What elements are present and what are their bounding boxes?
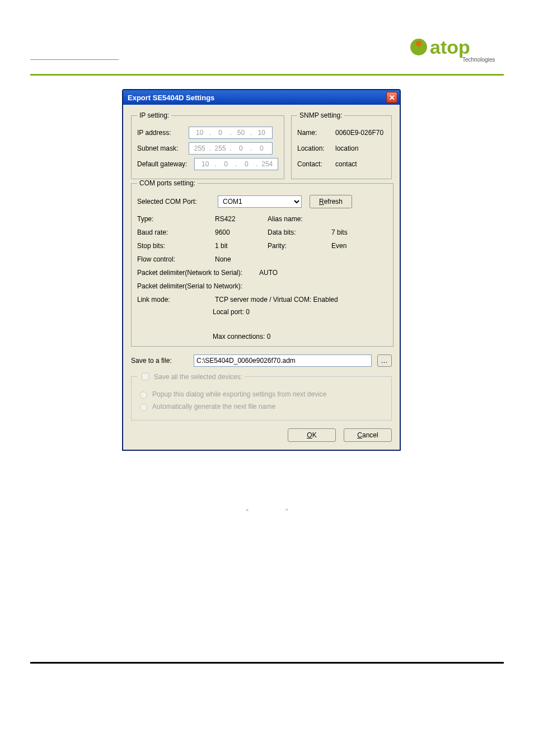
ip-address-label: IP address: (137, 129, 189, 137)
page-header-rule (30, 59, 119, 60)
close-icon: ✕ (389, 94, 395, 102)
save-all-legend: Save all the selected devices: (154, 373, 242, 381)
ip-octet: 0 (238, 160, 255, 168)
save-all-checkbox (142, 373, 149, 380)
pkt-n2s-label: Packet delimiter(Network to Serial): (137, 269, 242, 277)
alias-label: Alias name: (268, 215, 329, 223)
ip-octet: 10 (254, 129, 270, 137)
ip-octet: 0 (218, 160, 235, 168)
snmp-contact-value: contact (335, 160, 357, 168)
default-gateway-input[interactable]: 10. 0. 0. 254 (194, 158, 278, 170)
flow-value: None (215, 255, 265, 263)
baud-value: 9600 (215, 228, 265, 236)
databits-label: Data bits: (268, 228, 329, 236)
ip-octet: 0 (233, 144, 250, 152)
refresh-button[interactable]: Refresh (310, 195, 352, 208)
ip-octet: 255 (212, 144, 229, 152)
ip-setting-legend: IP setting: (137, 111, 171, 119)
ip-setting-group: IP setting: IP address: 10. 0. 50. 10 Su… (131, 111, 284, 179)
baud-label: Baud rate: (137, 228, 213, 236)
save-to-file-label: Save to a file: (131, 357, 188, 365)
parity-label: Parity: (268, 242, 329, 250)
close-button[interactable]: ✕ (386, 92, 397, 103)
pkt-s2n-label: Packet delimiter(Serial to Network): (137, 282, 242, 290)
ip-octet: 10 (191, 129, 208, 137)
ellipsis-icon: … (381, 357, 388, 365)
svg-point-1 (416, 41, 421, 46)
type-label: Type: (137, 215, 213, 223)
snmp-location-value: location (335, 144, 358, 152)
autogen-filename-radio (140, 404, 147, 411)
svg-text:atop: atop (430, 36, 470, 58)
snmp-setting-group: SNMP setting: Name: 0060E9-026F70 Locati… (291, 111, 392, 179)
browse-button[interactable]: … (377, 354, 392, 367)
type-value: RS422 (215, 215, 265, 223)
ok-button[interactable]: OK (288, 428, 336, 442)
com-ports-group: COM ports setting: Selected COM Port: CO… (131, 179, 394, 347)
save-all-group: Save all the selected devices: Popup thi… (131, 371, 392, 421)
ip-address-input[interactable]: 10. 0. 50. 10 (189, 127, 273, 139)
popup-next-radio (140, 391, 147, 399)
linkmode-value-1: TCP server mode / Virtual COM: Enabled (215, 296, 387, 304)
flow-label: Flow control: (137, 255, 213, 263)
snmp-contact-label: Contact: (297, 160, 335, 168)
ip-octet: 0 (212, 129, 229, 137)
linkmode-label: Link mode: (137, 296, 213, 304)
brand-divider (30, 74, 504, 76)
linkmode-value-2: Local port: 0 (213, 308, 387, 316)
snmp-name-label: Name: (297, 129, 335, 137)
autogen-filename-label: Automatically generate the next file nam… (152, 403, 275, 410)
subnet-mask-label: Subnet mask: (137, 144, 189, 152)
snmp-setting-legend: SNMP setting: (297, 111, 344, 119)
ip-octet: 0 (254, 144, 270, 152)
com-ports-legend: COM ports setting: (137, 179, 198, 187)
dialog-title: Export SE5404D Settings (128, 94, 214, 102)
ip-octet: 255 (191, 144, 208, 152)
export-settings-dialog: Export SE5404D Settings ✕ IP setting: IP… (122, 89, 401, 451)
cancel-button[interactable]: Cancel (344, 428, 392, 442)
subnet-mask-input[interactable]: 255. 255. 0. 0 (189, 142, 273, 155)
selected-com-port-select[interactable]: COM1 (218, 195, 302, 208)
page-caption: “ ” (0, 508, 534, 516)
snmp-name-value: 0060E9-026F70 (335, 129, 383, 137)
svg-text:Technologies: Technologies (462, 57, 495, 63)
stopbits-value: 1 bit (215, 242, 265, 250)
default-gateway-label: Default gateway: (137, 160, 194, 168)
parity-value: Even (331, 242, 387, 250)
snmp-location-label: Location: (297, 144, 335, 152)
popup-next-label: Popup this dialog while exporting settin… (152, 390, 327, 398)
ip-octet: 10 (197, 160, 214, 168)
save-to-file-input[interactable] (194, 354, 372, 367)
brand-logo: atop Technologies (409, 32, 504, 64)
pkt-n2s-value: AUTO (259, 269, 278, 277)
page-footer-rule (30, 662, 504, 664)
titlebar: Export SE5404D Settings ✕ (123, 90, 400, 105)
ip-octet: 50 (233, 129, 250, 137)
databits-value: 7 bits (331, 228, 387, 236)
stopbits-label: Stop bits: (137, 242, 213, 250)
ip-octet: 254 (259, 160, 276, 168)
selected-com-port-label: Selected COM Port: (137, 198, 210, 206)
linkmode-value-3: Max connections: 0 (213, 333, 387, 340)
